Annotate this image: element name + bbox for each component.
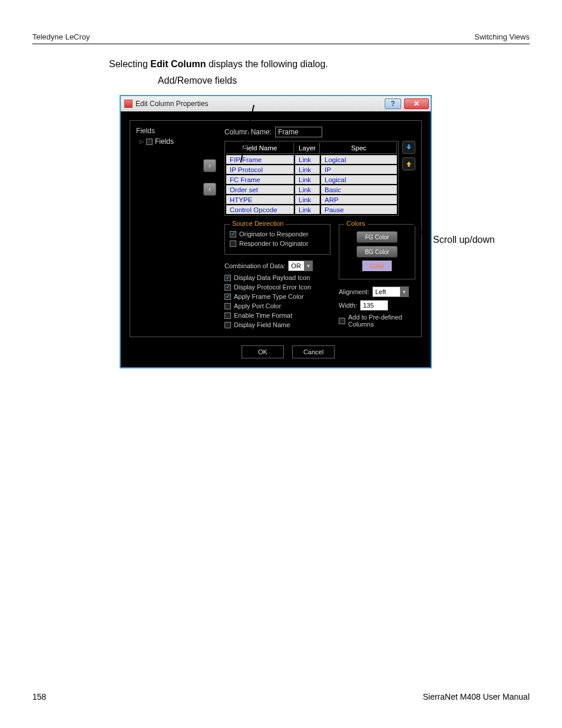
predefined-label: Add to Pre-defined Columns	[348, 314, 415, 328]
alignment-select[interactable]: Left ▼	[372, 286, 409, 297]
cancel-button[interactable]: Cancel	[292, 345, 335, 358]
option-label: Apply Frame Type Color	[234, 293, 303, 300]
dialog-icon	[124, 100, 133, 108]
table-row[interactable]: FC FrameLinkLogical	[226, 175, 397, 184]
arrow-down-icon	[405, 144, 412, 151]
col-spec: Spec	[321, 143, 397, 154]
option-checkbox[interactable]	[224, 294, 231, 300]
source-direction-group: Source Deirection Originator to Responde…	[224, 224, 330, 255]
column-name-input[interactable]	[275, 127, 322, 137]
edit-column-dialog: Edit Column Properties ? ✕ Fields ▷ Fiel…	[120, 95, 432, 368]
option-label: Display Protocol Error Icon	[234, 284, 311, 291]
chevron-down-icon: ▼	[304, 261, 312, 271]
predefined-checkbox[interactable]	[339, 318, 345, 324]
move-up-button[interactable]	[402, 157, 415, 170]
option-checkbox[interactable]	[224, 322, 231, 328]
close-button[interactable]: ✕	[404, 98, 429, 109]
table-row[interactable]: Control OpcodeLinkPause	[226, 205, 397, 214]
option-label: Display Data Payload Icon	[234, 274, 310, 281]
col-layer: Layer	[295, 143, 320, 154]
page-number: 158	[32, 692, 46, 701]
tree-child-label: Fields	[155, 137, 174, 146]
tree-root: Fields	[136, 127, 197, 135]
header-left: Teledyne LeCroy	[32, 32, 90, 41]
fields-tree[interactable]: Fields ▷ Fields	[136, 127, 197, 331]
option-checkbox[interactable]	[224, 312, 231, 319]
ok-button[interactable]: OK	[242, 345, 284, 358]
colors-legend: Colors	[344, 220, 368, 227]
option-label: Display Field Name	[234, 321, 290, 328]
bg-color-button[interactable]: BG Color	[356, 246, 398, 258]
header-rule	[32, 44, 530, 44]
option-label: Apply Port Color	[234, 302, 281, 309]
color-sample: Color	[362, 261, 392, 271]
help-button[interactable]: ?	[385, 98, 401, 109]
table-row[interactable]: Order setLinkBasic	[226, 185, 397, 194]
resp-to-orig-label: Responder to Originator	[239, 240, 308, 247]
add-field-button[interactable]: ›	[203, 159, 216, 172]
resp-to-orig-checkbox[interactable]	[230, 241, 236, 247]
colors-group: Colors FG Color BG Color Color	[339, 224, 415, 279]
fields-table[interactable]: Field Name Layer Spec FIP FrameLinkLogic…	[224, 141, 399, 216]
tree-expand-icon[interactable]: ▷	[140, 139, 144, 144]
remove-field-button[interactable]: ‹	[203, 183, 216, 196]
combination-label: Combination of Data:	[224, 262, 285, 269]
option-label: Enable Time Format	[234, 312, 292, 319]
source-direction-legend: Source Deirection	[230, 220, 286, 227]
intro-text: Selecting Edit Column displays the follo…	[109, 59, 530, 70]
table-row[interactable]: HTYPELinkARP	[226, 195, 397, 204]
move-down-button[interactable]	[402, 141, 415, 154]
col-field-name: Field Name	[226, 143, 294, 154]
tree-checkbox[interactable]	[146, 139, 153, 145]
callout-add-remove: Add/Remove fields	[138, 75, 256, 86]
header-right: Switching Views	[474, 32, 530, 41]
option-checkbox[interactable]	[224, 303, 231, 309]
fg-color-button[interactable]: FG Color	[356, 231, 398, 243]
table-row[interactable]: FIP FrameLinkLogical	[226, 155, 397, 164]
orig-to-resp-checkbox[interactable]	[230, 231, 236, 238]
width-input[interactable]	[360, 300, 388, 311]
dialog-title: Edit Column Properties	[135, 100, 208, 108]
dialog-titlebar: Edit Column Properties ? ✕	[121, 96, 431, 111]
chevron-down-icon: ▼	[400, 287, 408, 297]
option-checkbox[interactable]	[224, 275, 231, 281]
orig-to-resp-label: Originator to Responder	[239, 230, 308, 238]
callout-scroll: Scroll up/down	[433, 235, 495, 245]
footer-right: SierraNet M408 User Manual	[423, 692, 530, 701]
arrow-up-icon	[405, 160, 412, 167]
table-row[interactable]: IP ProtocolLinkIP	[226, 165, 397, 174]
combination-select[interactable]: OR ▼	[288, 261, 313, 271]
width-label: Width:	[339, 302, 357, 309]
alignment-label: Alignment:	[339, 288, 369, 295]
option-checkbox[interactable]	[224, 284, 231, 291]
